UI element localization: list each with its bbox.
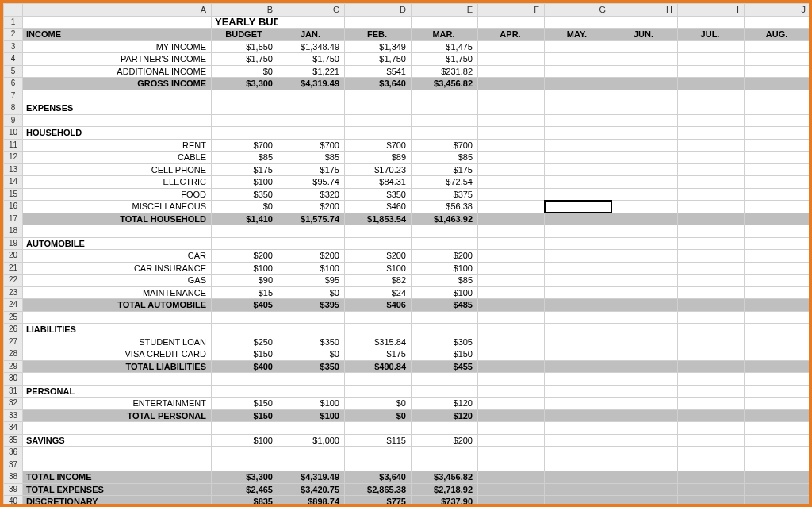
cell-B22[interactable]: $90 — [212, 275, 278, 287]
cell-E11[interactable]: $700 — [412, 139, 478, 152]
cell-F34[interactable] — [478, 422, 545, 435]
cell-J17[interactable] — [745, 213, 811, 225]
cell-F38[interactable] — [478, 471, 545, 484]
cell-J16[interactable] — [745, 201, 811, 213]
cell-C25[interactable] — [278, 311, 345, 324]
cell-C7[interactable] — [278, 90, 345, 102]
cell-B11[interactable]: $700 — [212, 139, 278, 152]
cell-B7[interactable] — [212, 90, 278, 102]
row-header-20[interactable]: 20 — [4, 250, 23, 263]
cell-C14[interactable]: $95.74 — [278, 176, 345, 189]
cell-I28[interactable] — [678, 348, 745, 361]
cell-A39[interactable]: TOTAL EXPENSES — [23, 483, 212, 496]
cell-G13[interactable] — [545, 163, 611, 176]
cell-B14[interactable]: $100 — [212, 176, 278, 189]
cell-I31[interactable] — [678, 385, 745, 398]
cell-A20[interactable]: CAR — [23, 250, 212, 263]
cell-E39[interactable]: $2,718.92 — [412, 483, 478, 496]
cell-J14[interactable] — [745, 176, 811, 189]
row-header-38[interactable]: 38 — [4, 471, 23, 484]
cell-F23[interactable] — [478, 286, 545, 299]
cell-J23[interactable] — [745, 286, 811, 299]
cell-C18[interactable] — [278, 225, 345, 238]
cell-H38[interactable] — [611, 471, 678, 484]
cell-H28[interactable] — [611, 348, 678, 361]
cell-B36[interactable] — [212, 447, 278, 459]
cell-D33[interactable]: $0 — [345, 409, 412, 422]
cell-C27[interactable]: $350 — [278, 336, 345, 348]
cell-B9[interactable] — [212, 114, 278, 127]
cell-J6[interactable] — [745, 78, 811, 90]
cell-H37[interactable] — [611, 459, 678, 471]
cell-C19[interactable] — [278, 237, 345, 250]
cell-H31[interactable] — [611, 385, 678, 398]
row-header-11[interactable]: 11 — [4, 139, 23, 152]
cell-J31[interactable] — [745, 385, 811, 398]
cell-G28[interactable] — [545, 348, 611, 361]
cell-G24[interactable] — [545, 299, 611, 312]
cell-H10[interactable] — [611, 127, 678, 140]
cell-C15[interactable]: $320 — [278, 188, 345, 201]
cell-A30[interactable] — [23, 373, 212, 386]
cell-C29[interactable]: $350 — [278, 360, 345, 373]
cell-F11[interactable] — [478, 139, 545, 152]
cell-C26[interactable] — [278, 324, 345, 336]
cell-H33[interactable] — [611, 409, 678, 422]
row-header-13[interactable]: 13 — [4, 163, 23, 176]
row-header-34[interactable]: 34 — [4, 422, 23, 435]
col-header-B[interactable]: B — [212, 4, 278, 17]
cell-B24[interactable]: $405 — [212, 299, 278, 312]
cell-E26[interactable] — [412, 324, 478, 336]
cell-I19[interactable] — [678, 237, 745, 250]
cell-F1[interactable] — [478, 16, 545, 29]
cell-E14[interactable]: $72.54 — [412, 176, 478, 189]
cell-I33[interactable] — [678, 409, 745, 422]
cell-B12[interactable]: $85 — [212, 152, 278, 164]
cell-A38[interactable]: TOTAL INCOME — [23, 471, 212, 484]
cell-C20[interactable]: $200 — [278, 250, 345, 263]
row-header-30[interactable]: 30 — [4, 373, 23, 386]
cell-J35[interactable] — [745, 434, 811, 447]
cell-F7[interactable] — [478, 90, 545, 102]
cell-E5[interactable]: $231.82 — [412, 65, 478, 78]
row-header-18[interactable]: 18 — [4, 225, 23, 238]
cell-I34[interactable] — [678, 422, 745, 435]
cell-J39[interactable] — [745, 483, 811, 496]
cell-E34[interactable] — [412, 422, 478, 435]
cell-H9[interactable] — [611, 114, 678, 127]
cell-F18[interactable] — [478, 225, 545, 238]
cell-A23[interactable]: MAINTENANCE — [23, 286, 212, 299]
cell-H27[interactable] — [611, 336, 678, 348]
cell-B13[interactable]: $175 — [212, 163, 278, 176]
cell-C30[interactable] — [278, 373, 345, 386]
cell-I10[interactable] — [678, 127, 745, 140]
cell-D34[interactable] — [345, 422, 412, 435]
cell-C31[interactable] — [278, 385, 345, 398]
cell-I14[interactable] — [678, 176, 745, 189]
cell-J29[interactable] — [745, 360, 811, 373]
row-header-33[interactable]: 33 — [4, 409, 23, 422]
cell-G34[interactable] — [545, 422, 611, 435]
cell-D19[interactable] — [345, 237, 412, 250]
cell-I16[interactable] — [678, 201, 745, 213]
cell-C22[interactable]: $95 — [278, 275, 345, 287]
cell-H8[interactable] — [611, 102, 678, 115]
cell-F13[interactable] — [478, 163, 545, 176]
cell-I35[interactable] — [678, 434, 745, 447]
cell-I7[interactable] — [678, 90, 745, 102]
cell-B16[interactable]: $0 — [212, 201, 278, 213]
cell-I25[interactable] — [678, 311, 745, 324]
cell-G23[interactable] — [545, 286, 611, 299]
cell-D18[interactable] — [345, 225, 412, 238]
cell-E29[interactable]: $455 — [412, 360, 478, 373]
cell-A19[interactable]: AUTOMOBILE — [23, 237, 212, 250]
cell-E2[interactable]: MAR. — [412, 29, 478, 41]
cell-A13[interactable]: CELL PHONE — [23, 163, 212, 176]
cell-H34[interactable] — [611, 422, 678, 435]
cell-J4[interactable] — [745, 53, 811, 66]
row-header-25[interactable]: 25 — [4, 311, 23, 324]
cell-A37[interactable] — [23, 459, 212, 471]
cell-D10[interactable] — [345, 127, 412, 140]
cell-C32[interactable]: $100 — [278, 398, 345, 410]
cell-D13[interactable]: $170.23 — [345, 163, 412, 176]
